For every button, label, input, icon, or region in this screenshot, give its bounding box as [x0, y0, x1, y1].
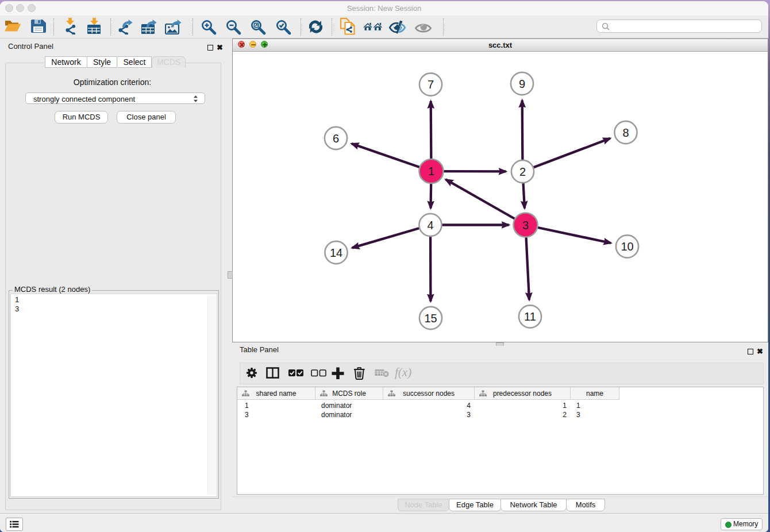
svg-text:15: 15: [424, 311, 437, 324]
svg-text:4: 4: [427, 218, 433, 231]
svg-text:9: 9: [519, 77, 525, 90]
svg-text:3: 3: [522, 218, 529, 231]
svg-text:2: 2: [519, 165, 526, 178]
svg-text:14: 14: [330, 246, 342, 259]
svg-text:6: 6: [333, 132, 339, 144]
svg-text:11: 11: [524, 310, 536, 323]
svg-text:8: 8: [622, 126, 629, 138]
svg-text:1: 1: [428, 165, 434, 178]
svg-text:7: 7: [428, 78, 434, 91]
svg-text:10: 10: [621, 240, 633, 253]
